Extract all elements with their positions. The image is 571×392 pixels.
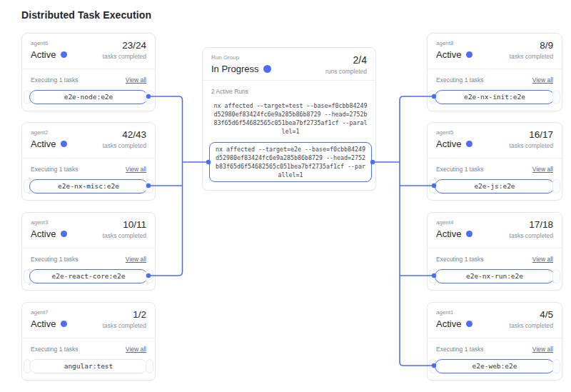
agent-status: Active bbox=[436, 139, 461, 149]
tasks-count: 16/17 bbox=[510, 129, 553, 140]
view-all-link[interactable]: View all bbox=[532, 76, 553, 84]
tasks-count: 23/24 bbox=[103, 40, 146, 51]
task-pill[interactable]: e2e-nx-run:e2e bbox=[435, 269, 555, 283]
view-all-link[interactable]: View all bbox=[126, 346, 146, 353]
tasks-count: 10/11 bbox=[103, 219, 146, 230]
task-pill[interactable]: e2e-react-core:e2e bbox=[29, 269, 148, 283]
agent-name: agent5 bbox=[436, 129, 473, 136]
agent-name: agent4 bbox=[436, 219, 473, 226]
tasks-count-label: tasks completed bbox=[510, 232, 553, 239]
task-pill-fragment bbox=[146, 90, 153, 104]
tasks-count: 4/5 bbox=[510, 309, 553, 320]
tasks-count: 1/2 bbox=[103, 309, 146, 320]
tasks-count-label: tasks completed bbox=[103, 142, 146, 149]
view-all-link[interactable]: View all bbox=[126, 166, 146, 173]
run-group-label: Run Group bbox=[211, 54, 271, 61]
executing-label: Executing 1 tasks bbox=[436, 346, 484, 353]
agent-name: agent8 bbox=[436, 40, 473, 46]
active-status-dot-icon bbox=[61, 51, 67, 58]
agent-name: agent6 bbox=[31, 40, 67, 46]
run-group-header: Run Group In Progress 2/4 runs completed bbox=[203, 48, 375, 81]
task-pill[interactable]: e2e-web:e2e bbox=[435, 359, 555, 373]
agent-name: agent7 bbox=[31, 309, 67, 316]
active-status-dot-icon bbox=[61, 231, 67, 237]
tasks-count-label: tasks completed bbox=[103, 322, 146, 329]
distributed-task-execution-view: Distributed Task Execution agen bbox=[0, 0, 571, 392]
active-status-dot-icon bbox=[466, 51, 473, 58]
executing-label: Executing 1 tasks bbox=[436, 166, 484, 173]
agent-card-header: agent1 Active 4/5 tasks completed bbox=[428, 303, 562, 338]
active-status-dot-icon bbox=[61, 141, 67, 147]
agent-card-header: agent3 Active 10/11 tasks completed bbox=[22, 213, 155, 248]
agent-card-agent8: agent8 Active 8/9 tasks completed Execut… bbox=[427, 33, 562, 111]
tasks-count-label: tasks completed bbox=[510, 142, 553, 149]
agent-card-agent3: agent3 Active 10/11 tasks completed Exec… bbox=[21, 212, 156, 291]
agent-card-header: agent6 Active 23/24 tasks completed bbox=[22, 34, 155, 69]
agent-card-agent4: agent4 Active 17/18 tasks completed Exec… bbox=[427, 212, 562, 291]
agent-name: agent2 bbox=[31, 129, 67, 136]
view-all-link[interactable]: View all bbox=[126, 256, 146, 263]
in-progress-status-dot-icon bbox=[263, 65, 271, 73]
active-status-dot-icon bbox=[61, 321, 67, 327]
agent-card-agent5: agent5 Active 16/17 tasks completed Exec… bbox=[427, 122, 562, 201]
task-pill-fragment bbox=[146, 359, 153, 373]
executing-label: Executing 1 tasks bbox=[31, 346, 79, 353]
view-all-link[interactable]: View all bbox=[532, 346, 553, 353]
task-pill-fragment bbox=[146, 269, 153, 283]
active-runs-label: 2 Active Runs bbox=[211, 88, 372, 96]
runs-count-label: runs completed bbox=[325, 68, 367, 75]
task-pill-fragment bbox=[552, 269, 560, 283]
agent-card-agent1: agent1 Active 4/5 tasks completed Execut… bbox=[427, 302, 562, 381]
agent-card-header: agent8 Active 8/9 tasks completed bbox=[428, 34, 562, 69]
agent-status: Active bbox=[31, 228, 56, 239]
executing-label: Executing 1 tasks bbox=[436, 76, 484, 84]
view-all-link[interactable]: View all bbox=[532, 256, 553, 263]
active-status-dot-icon bbox=[466, 231, 473, 237]
agent-card-agent6: agent6 Active 23/24 tasks completed Exec… bbox=[21, 33, 156, 111]
task-pill[interactable]: e2e-nx-misc:e2e bbox=[29, 179, 148, 194]
agent-card-header: agent7 Active 1/2 tasks completed bbox=[22, 303, 155, 338]
tasks-count: 17/18 bbox=[510, 219, 553, 230]
agent-card-agent7: agent7 Active 1/2 tasks completed Execut… bbox=[21, 302, 156, 381]
task-pill[interactable]: e2e-node:e2e bbox=[29, 90, 148, 104]
task-pill-fragment bbox=[552, 90, 560, 104]
agent-card-header: agent2 Active 42/43 tasks completed bbox=[22, 123, 155, 159]
view-all-link[interactable]: View all bbox=[126, 76, 146, 84]
tasks-count-label: tasks completed bbox=[103, 232, 146, 239]
active-status-dot-icon bbox=[466, 321, 473, 327]
agent-card-agent2: agent2 Active 42/43 tasks completed Exec… bbox=[21, 122, 156, 201]
agent-card-header: agent5 Active 16/17 tasks completed bbox=[428, 123, 562, 159]
page-title: Distributed Task Execution bbox=[21, 9, 151, 21]
agent-status: Active bbox=[436, 318, 461, 329]
run-command[interactable]: nx affected --target=test --base=f0cbb84… bbox=[209, 100, 372, 137]
executing-label: Executing 1 tasks bbox=[31, 76, 79, 84]
run-group-card: Run Group In Progress 2/4 runs completed… bbox=[202, 47, 376, 191]
agent-status: Active bbox=[31, 139, 56, 149]
tasks-count-label: tasks completed bbox=[103, 53, 146, 60]
task-pill-fragment bbox=[146, 179, 153, 194]
tasks-count-label: tasks completed bbox=[510, 53, 553, 60]
tasks-count: 42/43 bbox=[103, 129, 146, 140]
executing-label: Executing 1 tasks bbox=[436, 256, 484, 263]
executing-label: Executing 1 tasks bbox=[31, 166, 79, 173]
tasks-count: 8/9 bbox=[510, 40, 553, 51]
run-command-active[interactable]: nx affected --target=e2e --base=f0cbb842… bbox=[209, 142, 372, 182]
agent-card-header: agent4 Active 17/18 tasks completed bbox=[428, 213, 562, 248]
agent-status: Active bbox=[31, 318, 56, 329]
view-all-link[interactable]: View all bbox=[532, 166, 553, 173]
active-status-dot-icon bbox=[466, 141, 473, 147]
task-pill-fragment bbox=[552, 359, 560, 373]
tasks-count-label: tasks completed bbox=[510, 322, 553, 329]
agent-name: agent1 bbox=[436, 309, 473, 316]
executing-label: Executing 1 tasks bbox=[31, 256, 79, 263]
run-group-status: In Progress bbox=[211, 64, 258, 74]
task-pill-fragment bbox=[552, 179, 560, 194]
task-pill[interactable]: e2e-nx-init:e2e bbox=[435, 90, 555, 104]
agent-status: Active bbox=[31, 49, 56, 60]
agent-status: Active bbox=[436, 49, 461, 60]
task-pill[interactable]: angular:test bbox=[29, 359, 148, 373]
agent-status: Active bbox=[436, 228, 461, 239]
agent-name: agent3 bbox=[31, 219, 67, 226]
runs-count: 2/4 bbox=[325, 54, 367, 66]
task-pill[interactable]: e2e-js:e2e bbox=[435, 179, 555, 194]
